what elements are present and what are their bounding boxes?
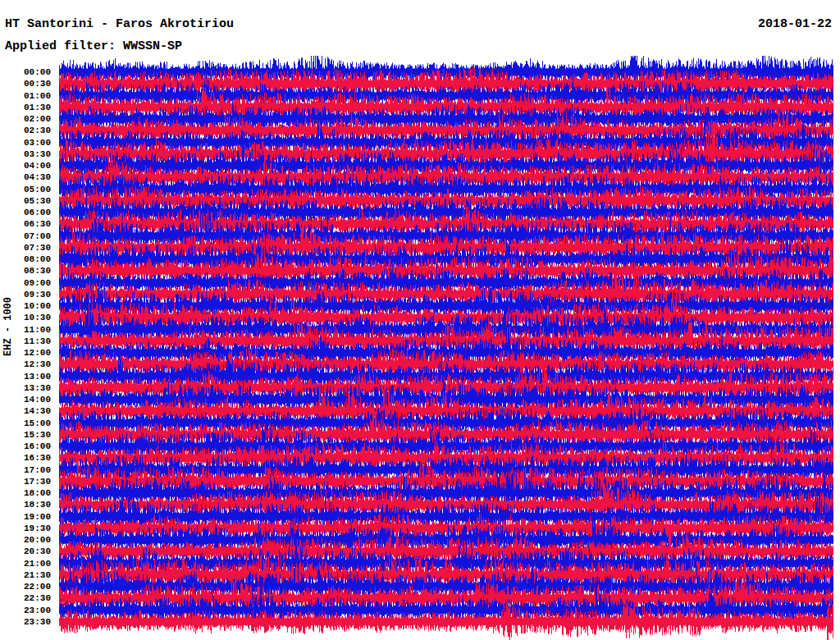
time-label: 04:00 <box>0 160 51 171</box>
seismogram-canvas <box>59 56 833 640</box>
time-label: 23:00 <box>0 605 51 616</box>
time-label: 11:00 <box>0 324 51 336</box>
time-label: 16:30 <box>0 452 51 464</box>
time-label: 10:00 <box>0 300 51 312</box>
time-label: 02:30 <box>0 125 51 136</box>
time-label: 05:30 <box>0 195 51 207</box>
time-label: 11:30 <box>0 336 51 347</box>
time-label: 20:30 <box>0 546 51 557</box>
time-label: 09:00 <box>0 277 51 289</box>
time-label: 13:30 <box>0 382 51 394</box>
time-label: 13:00 <box>0 371 51 382</box>
time-label: 14:30 <box>0 405 51 417</box>
time-label: 07:00 <box>0 231 51 242</box>
helicorder-page: HT Santorini - Faros Akrotiriou 2018-01-… <box>0 0 840 640</box>
time-label: 05:00 <box>0 184 51 195</box>
time-label: 19:00 <box>0 511 51 523</box>
time-label: 00:30 <box>0 78 51 89</box>
time-label: 12:00 <box>0 347 51 359</box>
time-label: 18:30 <box>0 499 51 510</box>
time-label: 20:00 <box>0 534 51 546</box>
time-label: 15:30 <box>0 429 51 441</box>
time-label: 23:30 <box>0 616 51 628</box>
time-label: 22:00 <box>0 581 51 592</box>
time-label: 00:00 <box>0 66 51 78</box>
time-label: 21:30 <box>0 569 51 581</box>
time-label: 17:00 <box>0 464 51 476</box>
time-label: 01:00 <box>0 90 51 102</box>
time-label: 03:00 <box>0 137 51 149</box>
time-label: 16:00 <box>0 441 51 452</box>
time-label: 17:30 <box>0 476 51 487</box>
time-label: 01:30 <box>0 102 51 113</box>
date-label: 2018-01-22 <box>758 17 832 31</box>
time-axis: 00:0000:3001:0001:3002:0002:3003:0003:30… <box>0 0 52 640</box>
time-label: 10:30 <box>0 312 51 323</box>
time-label: 03:30 <box>0 149 51 160</box>
time-label: 02:00 <box>0 113 51 125</box>
time-label: 09:30 <box>0 289 51 300</box>
time-label: 06:00 <box>0 207 51 218</box>
time-label: 14:00 <box>0 394 51 405</box>
time-label: 08:00 <box>0 254 51 265</box>
time-label: 18:00 <box>0 487 51 499</box>
time-label: 08:30 <box>0 265 51 277</box>
time-label: 06:30 <box>0 218 51 230</box>
time-label: 07:30 <box>0 242 51 254</box>
time-label: 21:00 <box>0 558 51 569</box>
time-label: 19:30 <box>0 523 51 534</box>
time-label: 15:00 <box>0 418 51 429</box>
time-label: 04:30 <box>0 171 51 183</box>
time-label: 12:30 <box>0 359 51 370</box>
time-label: 22:30 <box>0 592 51 604</box>
